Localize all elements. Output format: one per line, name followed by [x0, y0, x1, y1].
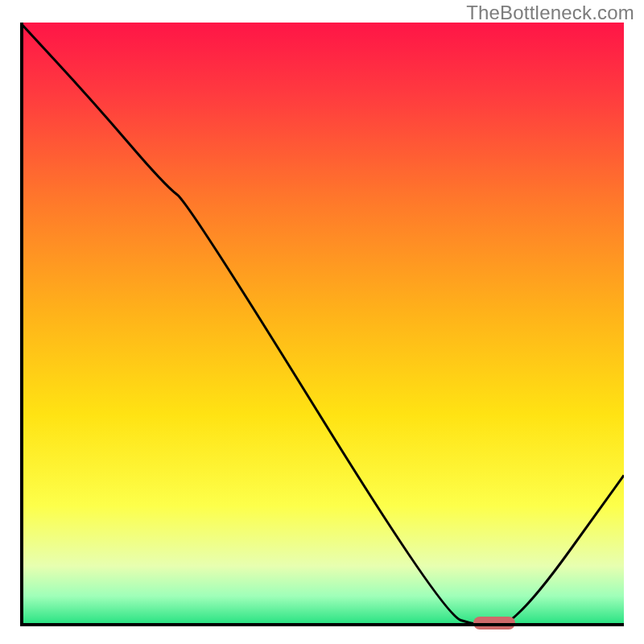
y-axis [20, 23, 23, 626]
watermark-label: TheBottleneck.com [466, 2, 634, 24]
plot-area [20, 23, 624, 626]
chart-container: TheBottleneck.com [0, 0, 644, 644]
bottleneck-curve [20, 23, 624, 626]
x-axis [20, 623, 624, 626]
curve-layer [20, 23, 624, 626]
